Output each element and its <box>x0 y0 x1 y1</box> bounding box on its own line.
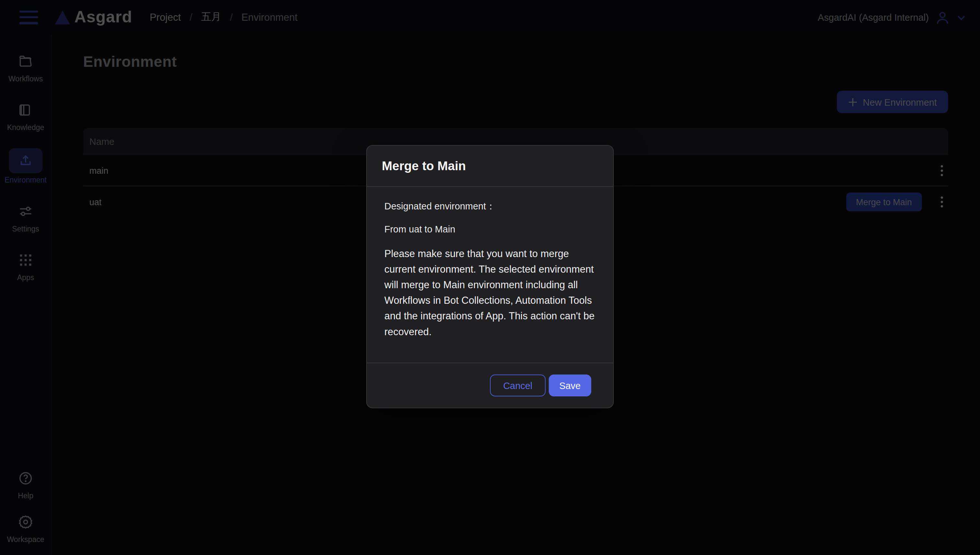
save-button[interactable]: Save <box>549 374 591 396</box>
dialog-title: Merge to Main <box>382 159 466 173</box>
designated-environment-label: Designated environment： <box>384 201 596 213</box>
dialog-footer: Cancel Save <box>367 363 613 408</box>
merge-direction-label: From uat to Main <box>384 224 596 234</box>
cancel-button[interactable]: Cancel <box>490 374 545 396</box>
merge-to-main-dialog: Merge to Main Designated environment： Fr… <box>366 145 614 408</box>
merge-warning-text: Please make sure that you want to merge … <box>384 246 596 339</box>
dialog-header: Merge to Main <box>367 146 613 187</box>
dialog-body: Designated environment： From uat to Main… <box>367 187 613 363</box>
asgard-app: Asgard Project / 五月 / Environment Asgard… <box>0 0 980 555</box>
